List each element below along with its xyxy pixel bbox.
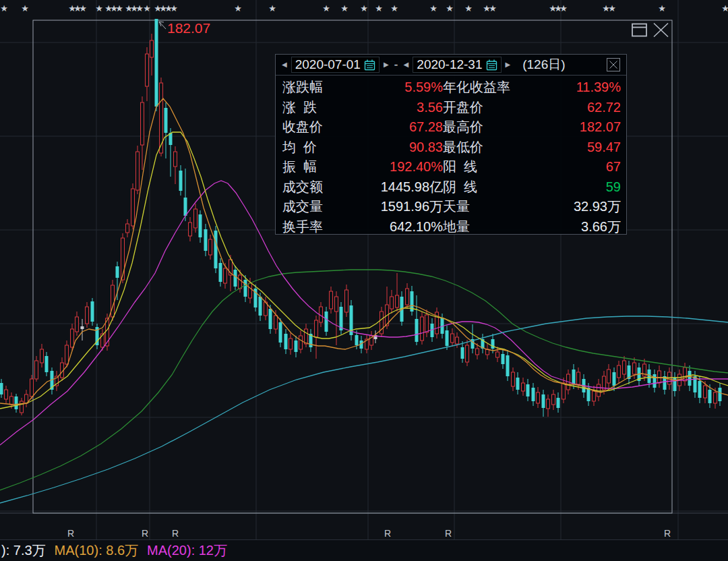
peak-annotation: 182.07 [159, 20, 210, 36]
r-mark: R [142, 528, 148, 539]
end-date-prev-button[interactable]: ◀ [404, 61, 409, 68]
stat-label: 最低价 [443, 138, 528, 156]
calendar-icon[interactable] [364, 59, 375, 71]
star-mark-icon: ★ [143, 3, 151, 13]
stat-value: 1591.96万 [355, 198, 443, 216]
star-mark-icon: ★ [608, 3, 616, 13]
panel-close-button[interactable] [607, 58, 620, 71]
stat-value: 1445.98亿 [355, 178, 443, 196]
star-mark-icon: ★ [721, 3, 728, 13]
end-date-next-button[interactable]: ▶ [506, 61, 511, 68]
star-mark-icon: ★ [446, 3, 454, 13]
r-mark: R [445, 528, 452, 539]
stat-value: 90.83 [355, 140, 443, 155]
range-stats-panel: ◀ 2020-07-01 ▶ - ◀ 2020-12-31 [275, 54, 627, 235]
stat-label: 天量 [443, 198, 528, 216]
stats-row: 涨跌幅 5.59% 年化收益率 11.39% [282, 78, 619, 98]
stat-value: 67 [528, 159, 621, 175]
r-marks: RRRRRR [67, 528, 671, 539]
star-mark-icon: ★ [268, 3, 276, 13]
star-mark-icon: ★ [489, 3, 497, 13]
vol-ma20-readout: MA(20): 12万 [147, 541, 227, 560]
star-marks: ★★★★★★★★★★★★★★★★★★★★★★★★★★★★★★★★★★★★ [0, 3, 728, 13]
r-mark: R [67, 528, 74, 539]
end-date-field[interactable]: 2020-12-31 [413, 57, 501, 73]
star-mark-icon: ★ [390, 3, 398, 13]
stat-label: 振 幅 [282, 158, 355, 176]
stats-row: 振 幅 192.40% 阳 线 67 [282, 157, 619, 177]
stat-label: 开盘价 [443, 98, 528, 117]
start-date-prev-button[interactable]: ◀ [282, 61, 287, 68]
r-mark: R [172, 528, 179, 539]
stat-value: 67.28 [355, 119, 443, 135]
star-mark-icon: ★ [234, 3, 242, 13]
peak-price-label: 182.07 [167, 20, 210, 36]
star-mark-icon: ★ [95, 3, 103, 13]
star-mark-icon: ★ [135, 3, 144, 13]
vol-ma5-readout: ): 7.3万 [1, 541, 46, 560]
stat-label: 收盘价 [282, 118, 355, 136]
r-mark: R [384, 528, 391, 539]
star-mark-icon: ★ [429, 3, 437, 13]
maximize-button[interactable] [631, 22, 648, 38]
start-date-next-button[interactable]: ▶ [384, 61, 389, 68]
stats-row: 涨 跌 3.56 开盘价 62.72 [282, 98, 619, 118]
stat-label: 涨跌幅 [282, 78, 355, 96]
stat-value: 59 [528, 179, 621, 195]
stats-row: 成交额 1445.98亿 阴 线 59 [282, 177, 619, 198]
stat-value: 3.66万 [528, 218, 621, 236]
stat-label: 均 价 [282, 138, 355, 156]
stat-value: 32.93万 [528, 198, 621, 216]
stat-label: 年化收益率 [443, 78, 528, 96]
star-mark-icon: ★ [360, 3, 368, 13]
stat-value: 3.56 [355, 100, 443, 115]
star-mark-icon: ★ [658, 3, 666, 13]
volume-ma-bar: ): 7.3万 MA(10): 8.6万 MA(20): 12万 [0, 539, 728, 561]
star-mark-icon: ★ [79, 3, 87, 13]
stat-label: 地量 [443, 218, 528, 236]
calendar-icon[interactable] [486, 59, 497, 71]
start-date-field[interactable]: 2020-07-01 [291, 57, 380, 73]
stat-value: 642.10% [355, 219, 443, 235]
star-mark-icon: ★ [322, 3, 330, 13]
stat-value: 5.59% [355, 80, 443, 95]
range-days-label: (126日) [522, 56, 565, 73]
stats-row: 换手率 642.10% 地量 3.66万 [282, 217, 619, 237]
window-controls [631, 22, 670, 38]
stat-label: 换手率 [282, 218, 355, 236]
stat-value: 59.47 [528, 140, 621, 155]
stat-label: 成交额 [282, 178, 355, 196]
r-mark: R [664, 528, 671, 539]
star-mark-icon: ★ [170, 3, 178, 13]
stat-value: 182.07 [528, 119, 621, 135]
stat-label: 阳 线 [443, 158, 528, 176]
stats-row: 均 价 90.83 最低价 59.47 [282, 138, 619, 158]
stats-rows: 涨跌幅 5.59% 年化收益率 11.39% 涨 跌 3.56 开盘价 62.7… [276, 76, 626, 237]
stats-row: 成交量 1591.96万 天量 32.93万 [282, 197, 619, 217]
stat-label: 最高价 [443, 118, 528, 136]
star-mark-icon: ★ [340, 3, 348, 13]
start-date-value: 2020-07-01 [295, 57, 361, 72]
stat-value: 192.40% [355, 159, 443, 175]
star-mark-icon: ★ [464, 3, 473, 13]
star-mark-icon: ★ [375, 3, 383, 13]
star-mark-icon: ★ [0, 3, 8, 13]
star-mark-icon: ★ [21, 3, 29, 13]
date-range-separator: - [394, 58, 398, 72]
stat-value: 62.72 [528, 100, 621, 115]
vol-ma10-readout: MA(10): 8.6万 [55, 541, 138, 560]
panel-header: ◀ 2020-07-01 ▶ - ◀ 2020-12-31 [276, 55, 626, 76]
stat-value: 11.39% [528, 80, 621, 95]
stat-label: 阴 线 [443, 178, 528, 196]
end-date-value: 2020-12-31 [417, 57, 482, 72]
close-button[interactable] [652, 22, 670, 38]
star-mark-icon: ★ [559, 3, 568, 13]
stat-label: 涨 跌 [282, 98, 355, 117]
stat-label: 成交量 [282, 198, 355, 216]
stats-row: 收盘价 67.28 最高价 182.07 [282, 117, 619, 138]
star-mark-icon: ★ [115, 3, 123, 13]
